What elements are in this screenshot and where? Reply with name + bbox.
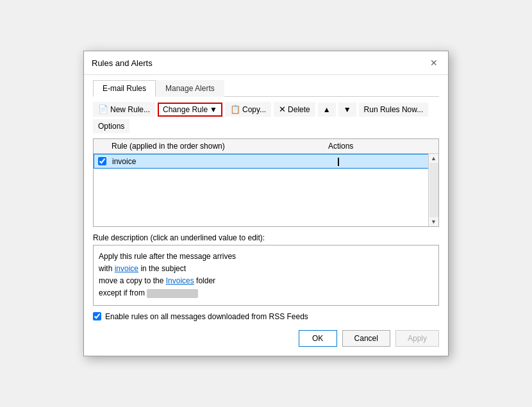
- change-rule-button[interactable]: Change Rule ▼: [158, 103, 222, 117]
- description-line4: except if from: [99, 287, 433, 299]
- rule-actions: [335, 156, 438, 166]
- rules-table-header: Rule (applied in the order shown) Action…: [94, 139, 438, 154]
- tab-manage-alerts[interactable]: Manage Alerts: [156, 80, 224, 97]
- move-up-icon: ▲: [323, 105, 331, 114]
- description-section: Rule description (click an underlined va…: [93, 233, 439, 306]
- description-line3: move a copy to the Invoices folder: [99, 275, 433, 287]
- empty-rules-area: [94, 169, 438, 226]
- description-line2-suffix: in the subject: [138, 264, 186, 273]
- description-label: Rule description (click an underlined va…: [93, 233, 439, 242]
- apply-button[interactable]: Apply: [395, 330, 439, 347]
- tab-email-rules[interactable]: E-mail Rules: [93, 80, 156, 97]
- scrollbar[interactable]: ▲ ▼: [428, 154, 438, 226]
- new-rule-label: New Rule...: [110, 105, 150, 114]
- cancel-button[interactable]: Cancel: [342, 330, 390, 347]
- change-rule-arrow: ▼: [210, 105, 217, 114]
- description-line3-suffix: folder: [194, 276, 215, 285]
- move-down-icon: ▼: [344, 105, 351, 114]
- cursor-in-row: [338, 158, 339, 166]
- run-rules-button[interactable]: Run Rules Now...: [359, 103, 429, 117]
- rules-and-alerts-dialog: Rules and Alerts ✕ E-mail Rules Manage A…: [83, 51, 449, 356]
- description-line2: with invoice in the subject: [99, 263, 433, 275]
- footer-buttons: OK Cancel Apply: [93, 330, 439, 347]
- table-row[interactable]: invoice: [94, 154, 438, 168]
- copy-icon: 📋: [230, 104, 240, 114]
- rule-checked[interactable]: [98, 157, 106, 165]
- delete-icon: ✕: [279, 104, 286, 114]
- dialog-title: Rules and Alerts: [92, 58, 153, 68]
- new-rule-button[interactable]: 📄 New Rule...: [93, 102, 155, 117]
- rules-body: invoice ▲ ▼: [94, 154, 438, 226]
- copy-label: Copy...: [242, 105, 266, 114]
- rss-label[interactable]: Enable rules on all messages downloaded …: [105, 312, 308, 321]
- rule-name: invoice: [110, 156, 335, 167]
- scroll-down-arrow[interactable]: ▼: [429, 217, 438, 226]
- change-rule-label: Change Rule: [163, 105, 208, 114]
- move-down-button[interactable]: ▼: [338, 103, 356, 117]
- header-scroll-col: [428, 141, 438, 151]
- new-rule-icon: 📄: [98, 104, 108, 114]
- ok-button[interactable]: OK: [299, 330, 337, 347]
- copy-button[interactable]: 📋 Copy...: [225, 102, 271, 117]
- header-actions-col: Actions: [326, 141, 428, 151]
- rule-checkbox[interactable]: [94, 157, 110, 165]
- move-up-button[interactable]: ▲: [318, 103, 336, 117]
- tabs-container: E-mail Rules Manage Alerts: [93, 80, 439, 97]
- scroll-up-arrow[interactable]: ▲: [429, 154, 438, 163]
- delete-button[interactable]: ✕ Delete: [274, 102, 315, 117]
- run-rules-label: Run Rules Now...: [364, 105, 424, 114]
- blurred-sender: [147, 289, 198, 298]
- invoices-folder-link[interactable]: Invoices: [166, 276, 194, 285]
- header-checkbox-col: [94, 141, 109, 151]
- description-line3-prefix: move a copy to the: [99, 276, 166, 285]
- description-line1: Apply this rule after the message arrive…: [99, 251, 433, 263]
- title-bar: Rules and Alerts ✕: [84, 51, 448, 75]
- delete-label: Delete: [288, 105, 310, 114]
- description-line2-prefix: with: [99, 264, 115, 273]
- scroll-track: [429, 163, 438, 217]
- rss-checkbox[interactable]: [93, 312, 101, 320]
- header-rule-col: Rule (applied in the order shown): [109, 141, 326, 151]
- options-label: Options: [98, 122, 124, 131]
- close-button[interactable]: ✕: [428, 56, 440, 69]
- rules-table: Rule (applied in the order shown) Action…: [93, 138, 439, 226]
- invoice-link[interactable]: invoice: [115, 264, 138, 273]
- dialog-content: E-mail Rules Manage Alerts 📄 New Rule...…: [84, 75, 448, 355]
- options-button[interactable]: Options: [93, 119, 129, 133]
- rss-row: Enable rules on all messages downloaded …: [93, 312, 439, 321]
- description-box: Apply this rule after the message arrive…: [93, 245, 439, 306]
- toolbar: 📄 New Rule... Change Rule ▼ 📋 Copy... ✕ …: [93, 102, 439, 133]
- description-line4-prefix: except if from: [99, 288, 147, 297]
